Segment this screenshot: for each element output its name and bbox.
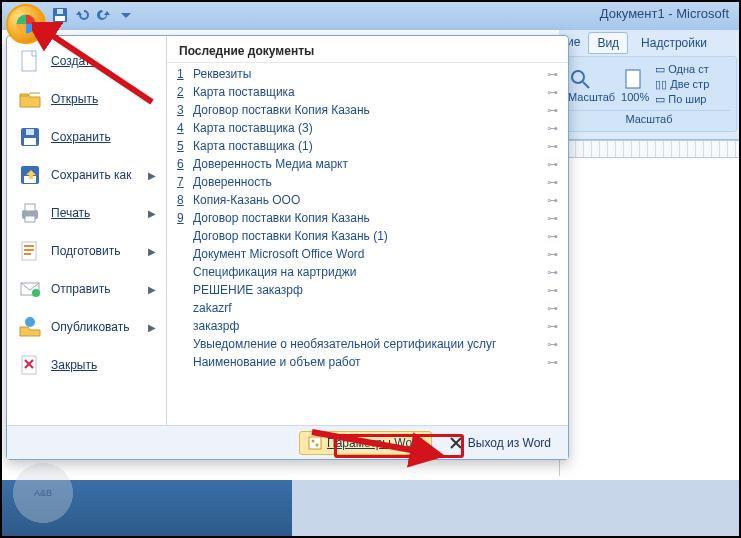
word-options-button[interactable]: Параметры Word bbox=[299, 431, 432, 455]
page-100-icon[interactable] bbox=[621, 67, 645, 91]
recent-doc-item[interactable]: Увыедомление о необязательной сертификац… bbox=[167, 335, 568, 353]
cmd-save[interactable]: Сохранить bbox=[7, 118, 166, 156]
qat-dropdown-icon[interactable] bbox=[118, 7, 134, 23]
recent-doc-item[interactable]: 4Карта поставщика (3)⊶ bbox=[167, 119, 568, 137]
page-width-option[interactable]: ▭ По шир bbox=[655, 93, 709, 106]
chevron-right-icon: ▶ bbox=[148, 246, 156, 257]
recent-doc-index: 1 bbox=[177, 67, 187, 81]
recent-doc-item[interactable]: 9Договор поставки Копия Казань⊶ bbox=[167, 209, 568, 227]
pin-icon[interactable]: ⊶ bbox=[547, 230, 558, 243]
recent-doc-item[interactable]: 2Карта поставщика⊶ bbox=[167, 83, 568, 101]
recent-doc-item[interactable]: 5Карта поставщика (1)⊶ bbox=[167, 137, 568, 155]
two-page-option[interactable]: ▯▯ Две стр bbox=[655, 78, 709, 91]
cmd-saveas[interactable]: Сохранить как ▶ bbox=[7, 156, 166, 194]
recent-doc-index: 4 bbox=[177, 121, 187, 135]
exit-word-button[interactable]: Выход из Word bbox=[440, 431, 560, 455]
cmd-publish[interactable]: Опубликовать ▶ bbox=[7, 308, 166, 346]
recent-doc-index: 2 bbox=[177, 85, 187, 99]
recent-doc-name: Реквезиты bbox=[193, 67, 541, 81]
undo-icon[interactable] bbox=[74, 7, 90, 23]
cmd-close[interactable]: Закрыть bbox=[7, 346, 166, 384]
recent-doc-name: Копия-Казань ООО bbox=[193, 193, 541, 207]
recent-doc-item[interactable]: 7Доверенность⊶ bbox=[167, 173, 568, 191]
pin-icon[interactable]: ⊶ bbox=[547, 194, 558, 207]
zoom-icon[interactable] bbox=[568, 67, 592, 91]
document-area[interactable] bbox=[559, 158, 739, 476]
one-page-option[interactable]: ▭ Одна ст bbox=[655, 63, 709, 76]
pin-icon[interactable]: ⊶ bbox=[547, 266, 558, 279]
svg-rect-5 bbox=[626, 70, 640, 88]
recent-doc-item[interactable]: Договор поставки Копия Казань (1)⊶ bbox=[167, 227, 568, 245]
cmd-save-label: Сохранить bbox=[51, 130, 111, 144]
pin-icon[interactable]: ⊶ bbox=[547, 284, 558, 297]
svg-rect-20 bbox=[309, 437, 321, 449]
zoom-value: 100% bbox=[621, 91, 649, 103]
cmd-prepare[interactable]: Подготовить ▶ bbox=[7, 232, 166, 270]
save-icon[interactable] bbox=[52, 7, 68, 23]
quick-access-toolbar bbox=[52, 7, 134, 23]
recent-doc-index: 6 bbox=[177, 157, 187, 171]
pin-icon[interactable]: ⊶ bbox=[547, 248, 558, 261]
pin-icon[interactable]: ⊶ bbox=[547, 140, 558, 153]
cmd-send[interactable]: Отправить ▶ bbox=[7, 270, 166, 308]
pin-icon[interactable]: ⊶ bbox=[547, 356, 558, 369]
redo-icon[interactable] bbox=[96, 7, 112, 23]
save-disk-icon bbox=[17, 124, 43, 150]
recent-documents-panel: Последние документы 1Реквезиты⊶2Карта по… bbox=[167, 36, 568, 425]
pin-icon[interactable]: ⊶ bbox=[547, 320, 558, 333]
office-menu-footer: Параметры Word Выход из Word bbox=[7, 425, 568, 459]
cmd-saveas-label: Сохранить как bbox=[51, 168, 131, 182]
svg-point-18 bbox=[25, 317, 35, 327]
office-button[interactable] bbox=[6, 4, 46, 44]
svg-point-21 bbox=[312, 439, 315, 442]
recent-doc-item[interactable]: Документ Microsoft Office Word⊶ bbox=[167, 245, 568, 263]
pin-icon[interactable]: ⊶ bbox=[547, 302, 558, 315]
recent-doc-item[interactable]: 3Договор поставки Копия Казань⊶ bbox=[167, 101, 568, 119]
tab-view[interactable]: Вид bbox=[588, 32, 628, 54]
pin-icon[interactable]: ⊶ bbox=[547, 338, 558, 351]
options-icon bbox=[308, 436, 322, 450]
svg-rect-13 bbox=[25, 204, 35, 211]
recent-doc-name: Карта поставщика (1) bbox=[193, 139, 541, 153]
recent-doc-name: Карта поставщика bbox=[193, 85, 541, 99]
recent-doc-item[interactable]: 6Доверенность Медиа маркт⊶ bbox=[167, 155, 568, 173]
pin-icon[interactable]: ⊶ bbox=[547, 212, 558, 225]
chevron-right-icon: ▶ bbox=[148, 208, 156, 219]
recent-doc-index: 9 bbox=[177, 211, 187, 225]
svg-point-17 bbox=[32, 289, 40, 297]
recent-doc-name: Карта поставщика (3) bbox=[193, 121, 541, 135]
pin-icon[interactable]: ⊶ bbox=[547, 86, 558, 99]
zoom-button-label: Масштаб bbox=[568, 91, 615, 103]
recent-doc-name: Увыедомление о необязательной сертификац… bbox=[193, 337, 541, 351]
pin-icon[interactable]: ⊶ bbox=[547, 176, 558, 189]
print-icon bbox=[17, 200, 43, 226]
cmd-print[interactable]: Печать ▶ bbox=[7, 194, 166, 232]
statusbar-area bbox=[2, 480, 739, 536]
recent-doc-name: РЕШЕНИЕ заказрф bbox=[193, 283, 541, 297]
recent-header: Последние документы bbox=[167, 36, 568, 63]
pin-icon[interactable]: ⊶ bbox=[547, 122, 558, 135]
recent-doc-item[interactable]: РЕШЕНИЕ заказрф⊶ bbox=[167, 281, 568, 299]
recent-doc-item[interactable]: 8Копия-Казань ООО⊶ bbox=[167, 191, 568, 209]
recent-doc-index: 3 bbox=[177, 103, 187, 117]
tab-addins[interactable]: Надстройки bbox=[632, 32, 716, 54]
svg-line-4 bbox=[583, 82, 589, 88]
pin-icon[interactable]: ⊶ bbox=[547, 104, 558, 117]
cmd-new[interactable]: Создать bbox=[7, 42, 166, 80]
publish-icon bbox=[17, 314, 43, 340]
recent-doc-item[interactable]: 1Реквезиты⊶ bbox=[167, 65, 568, 83]
ruler[interactable] bbox=[559, 140, 739, 158]
recent-doc-item[interactable]: заказрф⊶ bbox=[167, 317, 568, 335]
recent-doc-item[interactable]: Спецификация на картриджи⊶ bbox=[167, 263, 568, 281]
cmd-open[interactable]: Открыть bbox=[7, 80, 166, 118]
svg-point-3 bbox=[572, 71, 584, 83]
recent-doc-item[interactable]: Наименование и объем работ⊶ bbox=[167, 353, 568, 371]
svg-rect-2 bbox=[57, 9, 63, 14]
cmd-send-label: Отправить bbox=[51, 282, 111, 296]
window-title: Документ1 - Microsoft bbox=[600, 6, 729, 21]
pin-icon[interactable]: ⊶ bbox=[547, 68, 558, 81]
recent-doc-name: Договор поставки Копия Казань (1) bbox=[193, 229, 541, 243]
recent-doc-item[interactable]: zakazrf⊶ bbox=[167, 299, 568, 317]
send-icon bbox=[17, 276, 43, 302]
pin-icon[interactable]: ⊶ bbox=[547, 158, 558, 171]
